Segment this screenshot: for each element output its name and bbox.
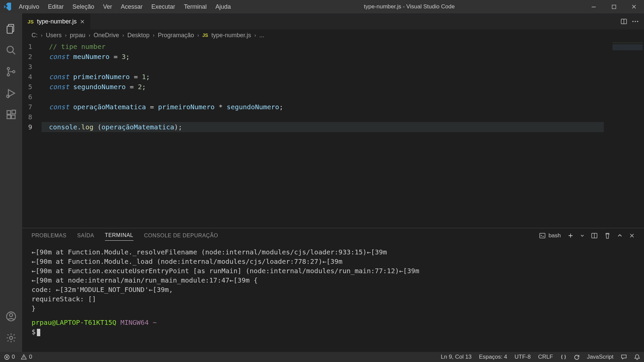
svg-point-5 <box>7 67 10 70</box>
svg-rect-3 <box>7 26 12 33</box>
settings-gear-icon[interactable] <box>0 327 22 349</box>
svg-rect-11 <box>11 115 15 119</box>
accounts-icon[interactable] <box>0 306 22 327</box>
code-area[interactable]: // tipe number const meuNumero = 3; cons… <box>42 41 644 228</box>
svg-point-4 <box>7 46 13 53</box>
status-prettier-icon[interactable] <box>574 354 580 360</box>
panel: PROBLEMAS SAÍDA TERMINAL CONSOLE DE DEPU… <box>22 228 644 352</box>
breadcrumb-item[interactable]: C: <box>32 32 38 39</box>
split-editor-icon[interactable] <box>621 18 627 25</box>
svg-rect-10 <box>7 115 11 119</box>
prompt-symbol: $ <box>32 328 36 336</box>
run-debug-icon[interactable] <box>0 82 22 104</box>
breadcrumb-item[interactable]: Users <box>46 32 62 39</box>
svg-point-6 <box>7 74 10 76</box>
svg-rect-1 <box>612 5 616 9</box>
maximize-panel-icon[interactable] <box>617 233 623 238</box>
svg-rect-9 <box>7 111 11 114</box>
panel-tabs: PROBLEMAS SAÍDA TERMINAL CONSOLE DE DEPU… <box>22 228 644 243</box>
status-bar: 0 0 Ln 9, Col 13 Espaços: 4 UTF-8 CRLF J… <box>0 352 644 362</box>
svg-point-7 <box>13 71 15 73</box>
editor-tabs: JS type-number.js <box>22 13 644 29</box>
breadcrumb-item[interactable]: type-number.js <box>211 32 251 39</box>
svg-point-15 <box>9 336 12 339</box>
terminal-shell-indicator[interactable]: bash <box>539 232 561 239</box>
panel-tab-terminal[interactable]: TERMINAL <box>105 230 133 241</box>
breadcrumb-item[interactable]: prpau <box>70 32 85 39</box>
panel-tab-debug-console[interactable]: CONSOLE DE DEPURAÇÃO <box>144 231 218 241</box>
new-terminal-icon[interactable] <box>568 233 574 239</box>
status-indentation[interactable]: Espaços: 4 <box>479 354 507 360</box>
svg-rect-0 <box>592 7 596 7</box>
status-cursor-position[interactable]: Ln 9, Col 13 <box>441 354 472 360</box>
extensions-icon[interactable] <box>0 104 22 125</box>
source-control-icon[interactable] <box>0 61 22 82</box>
js-file-icon: JS <box>202 33 208 38</box>
svg-point-18 <box>632 21 634 22</box>
status-language[interactable]: JavaScript <box>587 354 613 360</box>
breadcrumb-item[interactable]: Programação <box>158 32 194 39</box>
kill-terminal-icon[interactable] <box>604 232 610 239</box>
minimize-button[interactable] <box>584 0 604 13</box>
maximize-button[interactable] <box>604 0 624 13</box>
minimap[interactable] <box>604 41 644 228</box>
tab-type-number[interactable]: JS type-number.js <box>22 13 90 29</box>
status-braces-icon[interactable] <box>560 354 567 360</box>
close-button[interactable] <box>624 0 644 13</box>
status-eol[interactable]: CRLF <box>538 354 553 360</box>
svg-point-19 <box>635 21 636 22</box>
panel-tab-problemas[interactable]: PROBLEMAS <box>32 231 66 241</box>
search-icon[interactable] <box>0 40 22 61</box>
status-bell-icon[interactable] <box>634 354 640 360</box>
editor-actions <box>621 13 644 29</box>
status-feedback-icon[interactable] <box>621 354 627 360</box>
main-area: JS type-number.js C:› Users› prpau› OneD… <box>22 13 644 352</box>
vscode-logo-icon <box>0 3 15 11</box>
menu-ajuda[interactable]: Ajuda <box>211 1 235 12</box>
svg-rect-12 <box>12 110 16 114</box>
breadcrumb-item[interactable]: Desktop <box>127 32 150 39</box>
status-warnings[interactable]: 0 <box>21 354 32 360</box>
svg-rect-21 <box>540 233 545 238</box>
status-errors[interactable]: 0 <box>4 354 15 360</box>
svg-point-20 <box>637 21 638 22</box>
breadcrumb-item[interactable]: OneDrive <box>94 32 119 39</box>
menu-selecao[interactable]: Seleção <box>68 1 98 12</box>
terminal-output[interactable]: ←[90m at Function.Module._resolveFilenam… <box>22 243 644 352</box>
svg-point-14 <box>9 313 12 316</box>
editor[interactable]: 123 456 789 // tipe number const meuNume… <box>22 41 644 228</box>
panel-tab-saida[interactable]: SAÍDA <box>77 231 94 241</box>
breadcrumb-item[interactable]: ... <box>259 32 264 39</box>
close-panel-icon[interactable] <box>629 233 635 238</box>
activity-bar <box>0 13 22 352</box>
menu-acessar[interactable]: Acessar <box>117 1 147 12</box>
tab-label: type-number.js <box>37 18 76 25</box>
status-encoding[interactable]: UTF-8 <box>515 354 531 360</box>
terminal-cursor <box>37 329 40 336</box>
menu-editar[interactable]: Editar <box>44 1 68 12</box>
tab-close-icon[interactable] <box>80 19 85 24</box>
explorer-icon[interactable] <box>0 18 22 40</box>
line-number-gutter: 123 456 789 <box>22 41 42 228</box>
terminal-dropdown-icon[interactable] <box>580 234 584 238</box>
menu-arquivo[interactable]: Arquivo <box>15 1 43 12</box>
menu-ver[interactable]: Ver <box>99 1 116 12</box>
menu-bar: Arquivo Editar Seleção Ver Acessar Execu… <box>15 1 235 12</box>
menu-terminal[interactable]: Terminal <box>180 1 211 12</box>
js-file-icon: JS <box>28 19 34 24</box>
split-terminal-icon[interactable] <box>591 232 598 239</box>
breadcrumb[interactable]: C:› Users› prpau› OneDrive› Desktop› Pro… <box>22 29 644 41</box>
more-actions-icon[interactable] <box>632 20 639 22</box>
window-title: type-number.js - Visual Studio Code <box>235 3 584 10</box>
window-controls <box>584 0 644 13</box>
menu-executar[interactable]: Executar <box>147 1 179 12</box>
titlebar: Arquivo Editar Seleção Ver Acessar Execu… <box>0 0 644 13</box>
